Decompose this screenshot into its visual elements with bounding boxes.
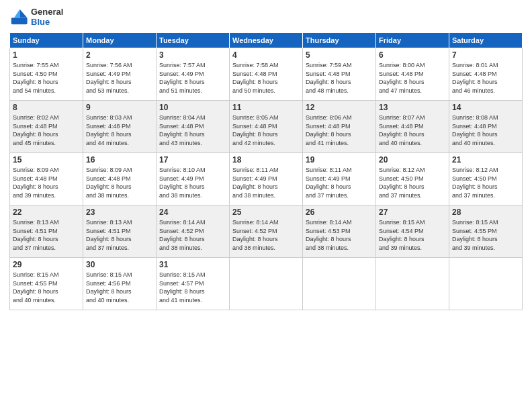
logo-text: General Blue	[31, 7, 63, 27]
day-number: 6	[379, 50, 446, 60]
day-info: Sunrise: 8:13 AMSunset: 4:51 PMDaylight:…	[86, 218, 153, 252]
day-number: 11	[232, 103, 300, 112]
day-number: 16	[86, 155, 153, 165]
calendar-cell: 18Sunrise: 8:11 AMSunset: 4:49 PMDayligh…	[230, 153, 303, 205]
day-number: 12	[306, 103, 373, 112]
day-info: Sunrise: 8:04 AMSunset: 4:48 PMDaylight:…	[159, 113, 226, 147]
logo-icon	[9, 7, 28, 26]
calendar-cell: 26Sunrise: 8:14 AMSunset: 4:53 PMDayligh…	[303, 205, 376, 258]
calendar-cell: 25Sunrise: 8:14 AMSunset: 4:52 PMDayligh…	[230, 205, 303, 258]
calendar-cell: 10Sunrise: 8:04 AMSunset: 4:48 PMDayligh…	[157, 101, 230, 153]
day-info: Sunrise: 7:55 AMSunset: 4:50 PMDaylight:…	[13, 61, 80, 95]
day-info: Sunrise: 8:05 AMSunset: 4:48 PMDaylight:…	[232, 113, 300, 147]
calendar-cell: 2Sunrise: 7:56 AMSunset: 4:49 PMDaylight…	[83, 48, 157, 101]
day-info: Sunrise: 8:14 AMSunset: 4:52 PMDaylight:…	[232, 218, 300, 252]
day-number: 9	[86, 103, 153, 112]
day-info: Sunrise: 8:12 AMSunset: 4:50 PMDaylight:…	[452, 166, 519, 199]
day-info: Sunrise: 8:15 AMSunset: 4:57 PMDaylight:…	[159, 271, 226, 304]
day-info: Sunrise: 8:10 AMSunset: 4:49 PMDaylight:…	[159, 166, 226, 199]
day-number: 14	[452, 103, 519, 112]
calendar-cell	[303, 258, 376, 310]
day-number: 10	[159, 103, 226, 112]
calendar-cell: 23Sunrise: 8:13 AMSunset: 4:51 PMDayligh…	[83, 205, 157, 258]
day-info: Sunrise: 8:15 AMSunset: 4:55 PMDaylight:…	[13, 271, 80, 304]
calendar-cell	[449, 258, 523, 310]
calendar-cell: 6Sunrise: 8:00 AMSunset: 4:48 PMDaylight…	[376, 48, 449, 101]
day-number: 15	[13, 155, 80, 165]
calendar-cell: 3Sunrise: 7:57 AMSunset: 4:49 PMDaylight…	[157, 48, 230, 101]
calendar-cell: 17Sunrise: 8:10 AMSunset: 4:49 PMDayligh…	[157, 153, 230, 205]
calendar-cell: 27Sunrise: 8:15 AMSunset: 4:54 PMDayligh…	[376, 205, 449, 258]
day-number: 23	[86, 208, 153, 217]
calendar-cell: 14Sunrise: 8:08 AMSunset: 4:48 PMDayligh…	[449, 101, 523, 153]
day-info: Sunrise: 8:12 AMSunset: 4:50 PMDaylight:…	[379, 166, 446, 199]
day-number: 24	[159, 208, 226, 217]
day-number: 13	[379, 103, 446, 112]
day-number: 4	[232, 50, 300, 60]
day-number: 31	[159, 260, 226, 269]
day-info: Sunrise: 8:14 AMSunset: 4:52 PMDaylight:…	[159, 218, 226, 252]
day-info: Sunrise: 8:15 AMSunset: 4:55 PMDaylight:…	[452, 218, 519, 252]
day-info: Sunrise: 8:07 AMSunset: 4:48 PMDaylight:…	[379, 113, 446, 147]
svg-marker-0	[19, 9, 27, 18]
logo: General Blue	[9, 7, 63, 27]
calendar-table: SundayMondayTuesdayWednesdayThursdayFrid…	[9, 32, 523, 310]
calendar-cell: 29Sunrise: 8:15 AMSunset: 4:55 PMDayligh…	[10, 258, 83, 310]
calendar-header-monday: Monday	[83, 33, 157, 48]
calendar-cell: 16Sunrise: 8:09 AMSunset: 4:48 PMDayligh…	[83, 153, 157, 205]
day-info: Sunrise: 8:02 AMSunset: 4:48 PMDaylight:…	[13, 113, 80, 147]
calendar-cell: 7Sunrise: 8:01 AMSunset: 4:48 PMDaylight…	[449, 48, 523, 101]
svg-marker-1	[14, 9, 19, 18]
calendar-cell: 15Sunrise: 8:09 AMSunset: 4:48 PMDayligh…	[10, 153, 83, 205]
day-number: 17	[159, 155, 226, 165]
calendar-cell: 12Sunrise: 8:06 AMSunset: 4:48 PMDayligh…	[303, 101, 376, 153]
calendar-cell: 20Sunrise: 8:12 AMSunset: 4:50 PMDayligh…	[376, 153, 449, 205]
calendar-cell: 24Sunrise: 8:14 AMSunset: 4:52 PMDayligh…	[157, 205, 230, 258]
day-info: Sunrise: 8:11 AMSunset: 4:49 PMDaylight:…	[306, 166, 373, 199]
day-number: 8	[13, 103, 80, 112]
calendar-header-saturday: Saturday	[449, 33, 523, 48]
day-number: 25	[232, 208, 300, 217]
calendar-header-tuesday: Tuesday	[157, 33, 230, 48]
day-number: 29	[13, 260, 80, 269]
day-info: Sunrise: 8:08 AMSunset: 4:48 PMDaylight:…	[452, 113, 519, 147]
page: General Blue SundayMondayTuesdayWednesda…	[0, 0, 532, 411]
calendar-cell: 1Sunrise: 7:55 AMSunset: 4:50 PMDaylight…	[10, 48, 83, 101]
day-number: 18	[232, 155, 300, 165]
day-info: Sunrise: 8:11 AMSunset: 4:49 PMDaylight:…	[232, 166, 300, 199]
calendar-cell: 28Sunrise: 8:15 AMSunset: 4:55 PMDayligh…	[449, 205, 523, 258]
header: General Blue	[9, 7, 523, 27]
calendar-cell: 4Sunrise: 7:58 AMSunset: 4:48 PMDaylight…	[230, 48, 303, 101]
calendar-header-friday: Friday	[376, 33, 449, 48]
day-number: 22	[13, 208, 80, 217]
calendar-cell: 13Sunrise: 8:07 AMSunset: 4:48 PMDayligh…	[376, 101, 449, 153]
calendar-cell: 30Sunrise: 8:15 AMSunset: 4:56 PMDayligh…	[83, 258, 157, 310]
day-info: Sunrise: 8:06 AMSunset: 4:48 PMDaylight:…	[306, 113, 373, 147]
day-number: 27	[379, 208, 446, 217]
day-number: 19	[306, 155, 373, 165]
calendar-cell: 19Sunrise: 8:11 AMSunset: 4:49 PMDayligh…	[303, 153, 376, 205]
day-info: Sunrise: 7:59 AMSunset: 4:48 PMDaylight:…	[306, 61, 373, 95]
day-number: 30	[86, 260, 153, 269]
day-number: 1	[13, 50, 80, 60]
day-number: 26	[306, 208, 373, 217]
day-info: Sunrise: 8:09 AMSunset: 4:48 PMDaylight:…	[13, 166, 80, 199]
day-info: Sunrise: 8:00 AMSunset: 4:48 PMDaylight:…	[379, 61, 446, 95]
day-number: 21	[452, 155, 519, 165]
calendar-cell: 31Sunrise: 8:15 AMSunset: 4:57 PMDayligh…	[157, 258, 230, 310]
day-number: 20	[379, 155, 446, 165]
day-number: 5	[306, 50, 373, 60]
calendar-cell: 8Sunrise: 8:02 AMSunset: 4:48 PMDaylight…	[10, 101, 83, 153]
day-info: Sunrise: 7:58 AMSunset: 4:48 PMDaylight:…	[232, 61, 300, 95]
day-info: Sunrise: 8:09 AMSunset: 4:48 PMDaylight:…	[86, 166, 153, 199]
svg-rect-2	[11, 17, 28, 24]
calendar-cell	[230, 258, 303, 310]
calendar-cell: 5Sunrise: 7:59 AMSunset: 4:48 PMDaylight…	[303, 48, 376, 101]
day-number: 28	[452, 208, 519, 217]
day-info: Sunrise: 8:13 AMSunset: 4:51 PMDaylight:…	[13, 218, 80, 252]
day-info: Sunrise: 8:15 AMSunset: 4:56 PMDaylight:…	[86, 271, 153, 304]
day-info: Sunrise: 7:56 AMSunset: 4:49 PMDaylight:…	[86, 61, 153, 95]
day-number: 3	[159, 50, 226, 60]
calendar-header-thursday: Thursday	[303, 33, 376, 48]
calendar-cell	[376, 258, 449, 310]
